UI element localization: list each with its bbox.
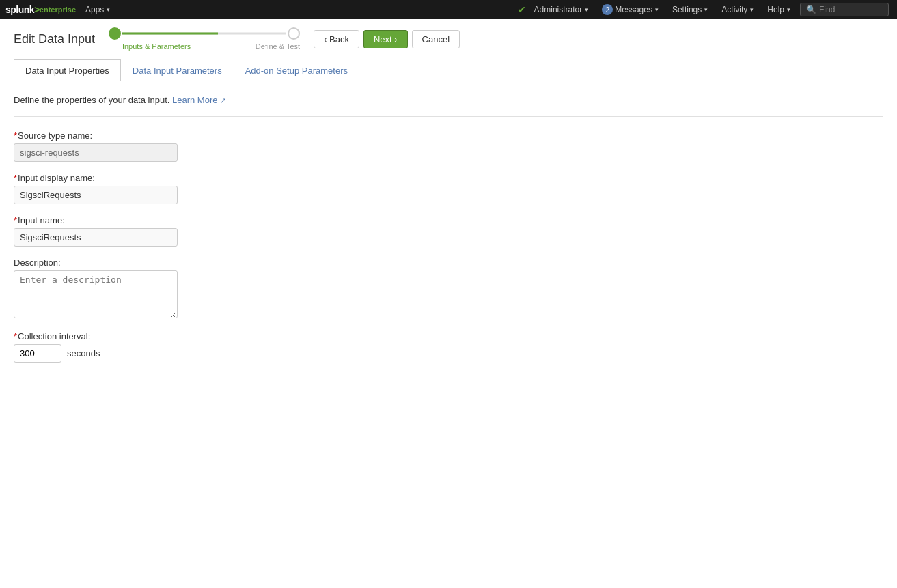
search-icon: 🔍 [806, 5, 816, 14]
input-display-name-input[interactable] [14, 186, 178, 204]
wizard-buttons: ‹ Back Next › Cancel [314, 30, 460, 48]
logo[interactable]: splunk> enterprise [5, 4, 76, 15]
tab-data-input-parameters[interactable]: Data Input Parameters [121, 59, 234, 81]
admin-caret-icon: ▾ [585, 6, 588, 13]
collection-interval-group: *Collection interval: seconds [14, 331, 883, 363]
input-name-input[interactable] [14, 228, 178, 247]
input-name-label: *Input name: [14, 215, 883, 225]
tab-addon-setup-parameters[interactable]: Add-on Setup Parameters [234, 59, 359, 81]
next-button[interactable]: Next › [363, 30, 408, 48]
apps-menu[interactable]: Apps ▾ [79, 0, 117, 19]
help-caret-icon: ▾ [787, 6, 790, 13]
page-title: Edit Data Input [14, 32, 95, 46]
collection-interval-input[interactable] [14, 344, 61, 363]
source-type-name-label: *Source type name: [14, 130, 883, 141]
description-text: Define the properties of your data input… [14, 95, 883, 105]
step1-label: Inputs & Parameters [109, 42, 204, 51]
step-track [109, 27, 300, 40]
external-link-icon: ↗ [220, 96, 226, 104]
description-textarea[interactable] [14, 270, 178, 318]
seconds-label: seconds [67, 348, 100, 359]
settings-caret-icon: ▾ [704, 6, 708, 13]
top-navbar: splunk> enterprise Apps ▾ ✔ Administrato… [0, 0, 897, 19]
logo-text: splunk> [5, 4, 40, 15]
activity-caret-icon: ▾ [750, 6, 754, 13]
step-node-1 [109, 27, 121, 40]
status-check-icon: ✔ [518, 4, 526, 15]
step-line-fill [122, 33, 218, 35]
input-display-name-group: *Input display name: [14, 173, 883, 204]
tab-data-input-properties[interactable]: Data Input Properties [14, 59, 121, 81]
back-button[interactable]: ‹ Back [314, 30, 359, 48]
step-labels: Inputs & Parameters Define & Test [109, 42, 300, 51]
source-type-name-group: *Source type name: [14, 130, 883, 162]
collection-interval-label: *Collection interval: [14, 331, 883, 341]
separator [14, 116, 883, 117]
main-content: Define the properties of your data input… [0, 81, 897, 387]
collection-interval-inline: seconds [14, 344, 883, 363]
source-type-name-input[interactable] [14, 143, 178, 162]
global-search[interactable]: 🔍 Find [800, 3, 889, 16]
activity-menu[interactable]: Activity ▾ [715, 0, 760, 19]
learn-more-link[interactable]: Learn More ↗ [172, 95, 226, 105]
cancel-button[interactable]: Cancel [412, 30, 460, 48]
step-node-2 [288, 27, 300, 40]
messages-caret-icon: ▾ [655, 6, 659, 13]
messages-badge: 2 [602, 4, 613, 15]
input-name-group: *Input name: [14, 215, 883, 247]
messages-menu[interactable]: 2 Messages ▾ [595, 0, 665, 19]
navbar-right: ✔ Administrator ▾ 2 Messages ▾ Settings … [518, 0, 892, 19]
admin-menu[interactable]: Administrator ▾ [527, 0, 596, 19]
step2-label: Define & Test [204, 42, 300, 51]
input-display-name-label: *Input display name: [14, 173, 883, 183]
help-menu[interactable]: Help ▾ [760, 0, 797, 19]
apps-caret-icon: ▾ [107, 6, 110, 13]
tabs-container: Data Input Properties Data Input Paramet… [0, 59, 897, 81]
description-group: Description: [14, 257, 883, 320]
settings-menu[interactable]: Settings ▾ [665, 0, 715, 19]
logo-enterprise: enterprise [40, 5, 76, 14]
wizard-steps-container: Inputs & Parameters Define & Test [109, 27, 300, 51]
description-label: Description: [14, 257, 883, 268]
wizard-header: Edit Data Input Inputs & Parameters Defi… [0, 19, 897, 59]
